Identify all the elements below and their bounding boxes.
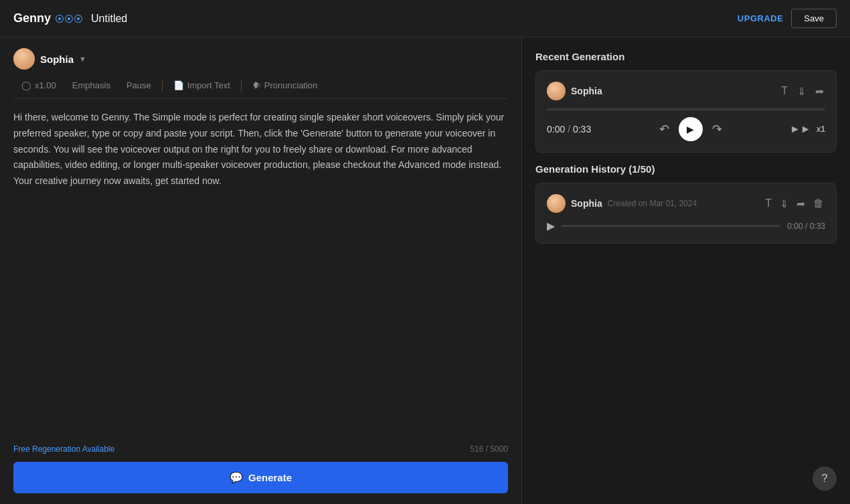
header: Genny ⦿⦿⦿ Untitled UPGRADE Save [0, 0, 850, 37]
history-progress-bar[interactable] [562, 225, 780, 227]
history-card: Sophia Created on Mar 01, 2024 T ⇓ ➦ 🗑 ▶… [535, 183, 837, 244]
recent-card-icons: T ⇓ ➦ [780, 84, 825, 99]
recent-right-controls: ►► x1 [790, 123, 825, 135]
save-button[interactable]: Save [791, 9, 837, 28]
recent-title: Recent Generation [535, 51, 837, 62]
history-card-icons: T ⇓ ➦ 🗑 [764, 196, 825, 212]
toolbar-divider [162, 79, 163, 92]
speaker-name: Sophia [40, 54, 74, 65]
fast-forward-button[interactable]: ►► [790, 123, 811, 135]
left-footer: Free Regeneration Available 516 / 5000 [13, 439, 508, 462]
speed-control[interactable]: ◯ x1.00 [13, 78, 64, 93]
right-panel: Recent Generation Sophia T ⇓ ➦ [522, 37, 850, 504]
import-text-button[interactable]: 📄 Import Text [165, 78, 238, 93]
char-count: 516 / 5000 [470, 444, 508, 454]
history-text-button[interactable]: T [764, 196, 773, 211]
history-avatar [547, 194, 566, 213]
logo-text: Genny [13, 11, 51, 25]
speed-label: x1.00 [35, 80, 56, 90]
recent-time-current: 0:00 [547, 124, 565, 135]
audio-speaker-row: Sophia [547, 82, 602, 100]
history-time: 0:00 / 0:33 [787, 222, 825, 231]
download-icon-button[interactable]: ⇓ [796, 84, 807, 99]
share-icon-button[interactable]: ➦ [814, 84, 825, 99]
history-delete-button[interactable]: 🗑 [812, 196, 825, 211]
recent-time-total: 0:33 [573, 124, 591, 135]
history-speaker-name: Sophia [571, 198, 602, 209]
recent-speaker-name: Sophia [571, 86, 602, 96]
history-share-button[interactable]: ➦ [795, 196, 806, 212]
help-button[interactable]: ? [813, 467, 837, 491]
upgrade-button[interactable]: UPGRADE [738, 13, 784, 23]
history-play-button[interactable]: ▶ [547, 220, 555, 232]
recent-play-button[interactable]: ▶ [679, 117, 703, 141]
free-regen-label: Free Regeneration Available [13, 444, 114, 454]
text-icon-button[interactable]: T [780, 84, 789, 98]
toolbar-divider-2 [241, 79, 242, 92]
file-icon: 📄 [173, 80, 184, 90]
toolbar: ◯ x1.00 Emphasis Pause 📄 Import Text 🗣 P… [13, 78, 508, 99]
history-card-header: Sophia Created on Mar 01, 2024 T ⇓ ➦ 🗑 [547, 194, 825, 213]
avatar-image [13, 48, 35, 70]
chat-icon: 💬 [230, 471, 243, 484]
rewind-icon-button[interactable]: ↶ [659, 122, 669, 137]
forward-icon-button[interactable]: ↷ [712, 122, 722, 137]
left-panel: Sophia ▼ ◯ x1.00 Emphasis Pause 📄 Import… [0, 37, 522, 504]
emphasis-button[interactable]: Emphasis [64, 78, 118, 93]
audio-card-header: Sophia T ⇓ ➦ [547, 82, 825, 100]
history-date: Created on Mar 01, 2024 [608, 199, 697, 208]
recent-section: Recent Generation Sophia T ⇓ ➦ [535, 51, 837, 153]
text-area-wrapper: Hi there, welcome to Genny. The Simple m… [13, 110, 508, 431]
generate-label: Generate [248, 472, 292, 483]
header-left: Genny ⦿⦿⦿ Untitled [13, 11, 127, 25]
chevron-down-icon: ▼ [79, 55, 86, 63]
pause-button[interactable]: Pause [118, 78, 159, 93]
pronunciation-icon: 🗣 [252, 80, 261, 90]
doc-title[interactable]: Untitled [91, 13, 127, 25]
generate-button[interactable]: 💬 Generate [13, 462, 508, 493]
recent-control-group: ↶ ▶ ↷ [659, 117, 722, 141]
recent-progress-bar[interactable] [547, 108, 825, 110]
recent-audio-card: Sophia T ⇓ ➦ 0:00 / [535, 70, 837, 153]
recent-avatar [547, 82, 566, 100]
clock-icon: ◯ [21, 80, 31, 90]
main-layout: Sophia ▼ ◯ x1.00 Emphasis Pause 📄 Import… [0, 37, 850, 504]
recent-playback-controls: 0:00 / 0:33 ↶ ▶ ↷ ►► x1 [547, 117, 825, 141]
logo-wave-icon: ⦿⦿⦿ [55, 13, 83, 24]
history-title: Generation History (1/50) [535, 163, 837, 175]
recent-time-display: 0:00 / 0:33 [547, 124, 591, 135]
history-section: Generation History (1/50) Sophia Created… [535, 163, 837, 244]
speaker-avatar [13, 48, 35, 70]
main-text[interactable]: Hi there, welcome to Genny. The Simple m… [13, 110, 508, 189]
history-time-total: 0:33 [810, 222, 825, 231]
history-time-current: 0:00 [787, 222, 802, 231]
pronunciation-button[interactable]: 🗣 Pronunciation [244, 78, 326, 93]
history-download-button[interactable]: ⇓ [778, 196, 790, 212]
history-speaker-info: Sophia Created on Mar 01, 2024 [547, 194, 697, 213]
speaker-row[interactable]: Sophia ▼ [13, 48, 508, 70]
header-right: UPGRADE Save [738, 9, 837, 28]
recent-speed-badge: x1 [817, 124, 825, 134]
history-playback: ▶ 0:00 / 0:33 [547, 220, 825, 232]
logo: Genny ⦿⦿⦿ [13, 11, 83, 25]
